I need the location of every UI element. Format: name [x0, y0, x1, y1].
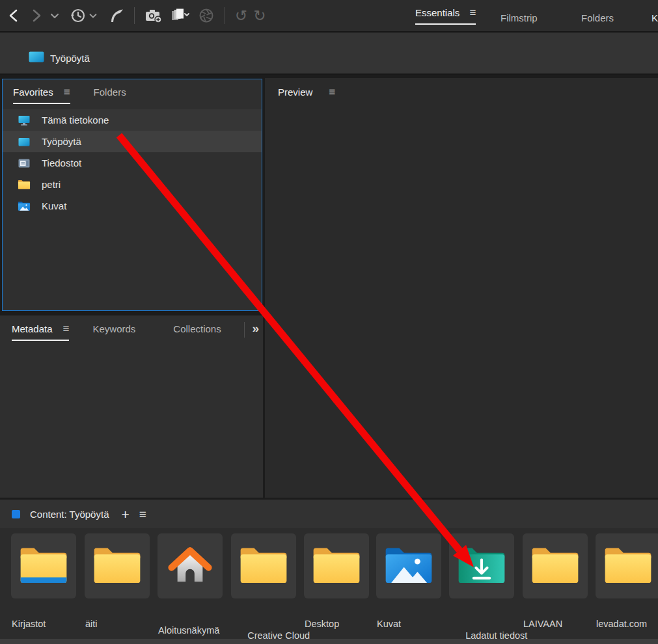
favorites-list: Tämä tietokone Työpöytä Tiedostot	[3, 109, 262, 217]
folder-icon	[92, 543, 143, 589]
breadcrumb[interactable]: Työpöytä	[29, 51, 90, 64]
folder-icon	[603, 543, 653, 589]
item-label: LAIVAAN	[523, 619, 562, 629]
documents-icon	[18, 157, 31, 170]
computer-icon	[18, 114, 31, 127]
chevron-down-icon[interactable]	[89, 11, 98, 20]
item-label: Aloitusnäkymä	[158, 625, 219, 636]
item-label: Desktop	[305, 619, 339, 629]
folder-icon	[18, 179, 31, 190]
favorites-item-tyopoyta[interactable]: Työpöytä	[3, 131, 262, 152]
preview-panel-header: Preview ≡	[265, 78, 658, 98]
item-label: Kirjastot	[12, 619, 46, 629]
thumbnail[interactable]	[158, 533, 223, 598]
path-bar: Työpöytä	[0, 33, 658, 75]
content-folder-icon	[12, 510, 20, 518]
open-recent-file-icon[interactable]	[170, 7, 189, 24]
metadata-panel: Metadata ≡ Keywords Collections »	[0, 315, 263, 498]
window-bottom-edge	[0, 639, 658, 644]
favorites-panel-tabs: Favorites ≡ Folders	[3, 79, 262, 104]
panel-overflow-icon[interactable]: »	[252, 321, 259, 336]
thumbnail[interactable]	[523, 533, 588, 598]
favorites-item-kuvat[interactable]: Kuvat	[3, 195, 262, 217]
workspace-tab-folders[interactable]: Folders	[581, 12, 614, 23]
preview-title: Preview	[278, 87, 312, 98]
boomerang-icon[interactable]	[107, 7, 124, 24]
favorites-item-label: Kuvat	[42, 200, 66, 211]
favorites-item-label: Työpöytä	[42, 136, 81, 147]
favorites-item-label: Tiedostot	[42, 157, 81, 168]
folder-icon	[238, 543, 289, 589]
pictures-icon	[18, 200, 31, 211]
thumbnail[interactable]	[596, 533, 658, 598]
workspace-tab-essentials[interactable]: Essentials ≡	[415, 7, 476, 25]
thumbnail[interactable]	[376, 533, 441, 598]
history-icon[interactable]	[70, 7, 87, 24]
favorites-item-petri[interactable]: petri	[3, 174, 262, 195]
undo-icon: ↺	[235, 8, 247, 23]
thumbnail[interactable]	[11, 533, 76, 598]
content-item-ladatut-tiedostot[interactable]: Ladatut tiedost ot	[449, 533, 514, 644]
desktop-icon	[29, 51, 44, 64]
libraries-folder-icon	[18, 543, 69, 589]
panel-menu-icon[interactable]: ≡	[329, 87, 335, 98]
thumbnail[interactable]	[85, 533, 150, 598]
navigation-tools: ↺ ↻	[0, 7, 266, 24]
content-item-creative-cloud-files[interactable]: Creative Cloud Files dobeID	[231, 533, 296, 644]
favorites-panel: Favorites ≡ Folders Tämä tietokone Työpö…	[2, 79, 262, 311]
tab-folders[interactable]: Folders	[94, 87, 126, 98]
panel-divider	[244, 322, 245, 338]
refine-aperture-icon	[198, 7, 215, 24]
content-item-desktop[interactable]: Desktop	[304, 533, 369, 644]
folder-icon	[530, 543, 581, 589]
forward-icon[interactable]	[28, 8, 44, 23]
chevron-down-icon[interactable]	[49, 10, 60, 21]
favorites-item-label: petri	[42, 179, 61, 190]
item-label: levadat.com	[596, 619, 647, 629]
tab-keywords[interactable]: Keywords	[92, 323, 135, 334]
downloads-folder-icon	[456, 543, 507, 589]
get-photos-from-camera-icon[interactable]	[144, 7, 164, 24]
add-icon[interactable]: +	[121, 507, 129, 521]
panel-menu-icon[interactable]: ≡	[64, 87, 70, 98]
preview-panel: Preview ≡	[265, 78, 658, 498]
toolbar-divider	[225, 7, 225, 24]
tab-favorites[interactable]: Favorites ≡	[13, 87, 70, 104]
workspace-menu-icon[interactable]: ≡	[469, 7, 476, 18]
thumbnail[interactable]	[231, 533, 296, 598]
content-item-levadat-com[interactable]: levadat.com	[596, 533, 658, 644]
toolbar-divider	[134, 7, 135, 24]
redo-icon: ↻	[253, 8, 266, 23]
content-item-kirjastot[interactable]: Kirjastot	[11, 533, 76, 644]
tab-collections[interactable]: Collections	[173, 323, 221, 334]
tab-label: Metadata	[12, 323, 53, 334]
pictures-folder-icon	[383, 543, 434, 589]
breadcrumb-label: Työpöytä	[50, 53, 90, 64]
workspace-label: Essentials	[415, 7, 459, 18]
favorites-item-label: Tämä tietokone	[42, 114, 109, 126]
home-icon	[165, 543, 215, 589]
content-menu-icon[interactable]: ≡	[139, 508, 146, 520]
item-label: äiti	[85, 619, 98, 629]
workspace-tab-clipped[interactable]: K	[651, 12, 658, 23]
thumbnail[interactable]	[449, 533, 514, 598]
content-path-label: Content: Työpöytä	[30, 509, 109, 520]
panel-menu-icon[interactable]: ≡	[63, 323, 70, 334]
content-item-aiti[interactable]: äiti	[85, 533, 150, 644]
content-item-laivaan[interactable]: LAIVAAN	[523, 533, 588, 644]
content-item-aloitusnakyma[interactable]: Aloitusnäkymä	[158, 533, 223, 644]
content-area: Kirjastot äiti Aloitusnäkymä Creative Cl…	[0, 528, 658, 644]
metadata-panel-tabs: Metadata ≡ Keywords Collections »	[0, 315, 263, 341]
favorites-item-tama-tietokone[interactable]: Tämä tietokone	[3, 109, 262, 131]
item-label: Kuvat	[377, 619, 401, 629]
top-toolbar: ↺ ↻ Essentials ≡ Filmstrip Folders K	[0, 0, 658, 33]
workspace-tab-filmstrip[interactable]: Filmstrip	[500, 12, 538, 23]
content-item-kuvat[interactable]: Kuvat	[376, 533, 441, 644]
desktop-icon	[18, 135, 31, 148]
favorites-item-tiedostot[interactable]: Tiedostot	[3, 152, 262, 174]
tab-metadata[interactable]: Metadata ≡	[12, 323, 69, 341]
back-icon[interactable]	[7, 8, 22, 23]
thumbnail[interactable]	[304, 533, 369, 598]
tab-label: Favorites	[13, 87, 53, 98]
content-bar: Content: Työpöytä + ≡	[0, 500, 658, 528]
